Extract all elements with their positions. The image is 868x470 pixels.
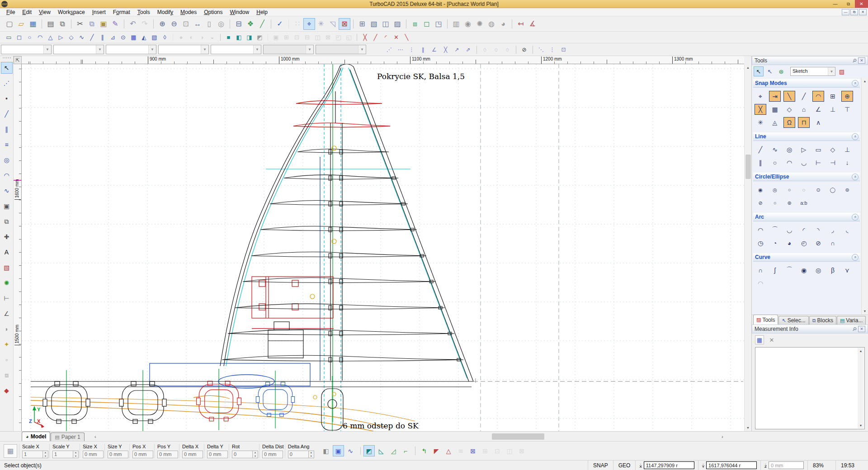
zoom-window-icon[interactable]: ⊡ [180, 18, 192, 30]
curve-branch-icon[interactable]: ⋎ [841, 265, 853, 276]
snap-tangent-icon[interactable]: ∠ [812, 104, 824, 115]
red-parts[interactable] [197, 101, 390, 421]
sel-mode-wp-icon[interactable]: ◺ [376, 445, 387, 456]
property-combo-7[interactable]: ▼ [316, 45, 366, 54]
snap-circle-2-icon[interactable]: ◌ [491, 45, 502, 55]
zoom-extents-icon[interactable]: ↔ [192, 18, 203, 30]
save-icon[interactable]: ▦ [27, 18, 39, 30]
selection-info-icon[interactable]: ▣ [333, 445, 344, 456]
mdi-restore-button[interactable]: ⧉ [850, 9, 858, 15]
arc-rotated-icon[interactable]: ⊘ [812, 238, 824, 249]
snap-arc-center-icon[interactable]: ◠ [812, 91, 824, 102]
drawing-canvas[interactable]: Y X Z Pokrycie SK, Balsa 1,5 6 mm odstep… [22, 64, 744, 431]
menu-edit[interactable]: Edit [19, 9, 35, 16]
menu-options[interactable]: Options [200, 9, 226, 16]
line-single-icon[interactable]: ╱ [755, 144, 766, 155]
locked-2-icon[interactable]: ⊡ [492, 445, 503, 456]
erase-x-icon[interactable]: ✕ [391, 33, 401, 42]
circle-tan-to-2-icon[interactable]: ◯ [827, 184, 839, 195]
double-line-tool[interactable]: ∥ [1, 123, 13, 135]
scroll-down-icon[interactable]: ▼ [745, 424, 751, 431]
paint-flag-icon[interactable]: ◤ [431, 445, 442, 456]
section-header-line[interactable]: Line « [753, 132, 860, 141]
circle-tool[interactable]: ◎ [1, 154, 13, 166]
tab-model[interactable]: ◕Model [22, 432, 50, 441]
restore-button[interactable]: ⧉ [842, 0, 855, 8]
construction-lines[interactable] [481, 64, 559, 431]
cross-rect-icon[interactable]: ⊠ [467, 445, 479, 456]
locked-3-icon[interactable]: ◫ [504, 445, 515, 456]
line-perp-to-line-icon[interactable]: ⊢ [812, 157, 824, 168]
camera-icon[interactable]: ◍ [486, 18, 497, 30]
annotation-covering[interactable]: Pokrycie SK, Balsa 1,5 [377, 72, 465, 81]
spinner[interactable]: ▲▼ [43, 451, 48, 458]
minimize-button[interactable]: — [829, 0, 842, 8]
group-icon[interactable]: ⧈ [409, 18, 421, 30]
close-button[interactable]: ✕ [855, 0, 868, 8]
erase-back-icon[interactable]: ╲ [401, 33, 412, 42]
snap-double-arrow-icon[interactable]: ⇗ [462, 45, 474, 55]
snap-perpendicular-icon[interactable]: ⊥ [827, 104, 839, 115]
no-snap-toggle-icon[interactable]: ⊠ [339, 18, 350, 30]
pen-style-icon[interactable]: ╱ [256, 18, 268, 30]
erase-cross-icon[interactable]: ╳ [360, 33, 370, 42]
array-5-icon[interactable]: ◫ [312, 33, 323, 42]
eraser-tool[interactable]: ◗ [1, 323, 13, 335]
ellipse-fixed-ratio-icon[interactable]: a:b [798, 197, 810, 208]
inspector-input[interactable]: 0 mm [83, 451, 104, 458]
mdi-minimize-button[interactable]: — [842, 9, 849, 15]
line-perpendicular-icon[interactable]: ⊥ [841, 144, 853, 155]
locked-4-icon[interactable]: ⊠ [516, 445, 528, 456]
snap-ortho-icon[interactable]: ⊓ [798, 117, 810, 128]
move-tool[interactable]: ✚ [1, 231, 13, 243]
scroll-up-icon[interactable]: ▲ [745, 64, 751, 71]
inspector-input[interactable]: 1 [22, 451, 43, 458]
rings-icon[interactable]: ≋ [455, 445, 467, 456]
insert-block-icon[interactable]: ⊞ [356, 18, 368, 30]
arc-tan-to-line-icon[interactable]: ◝ [812, 225, 824, 235]
arc-elliptical-icon[interactable]: ◴ [798, 238, 810, 249]
array-copy-tool[interactable]: ⧈ [1, 369, 13, 381]
snap-dots-horiz-icon[interactable]: ⋯ [395, 45, 406, 55]
snap-apparent-intersection-icon[interactable]: ◬ [769, 117, 781, 128]
arc-fixed-ratio-icon[interactable]: ∩ [827, 238, 839, 249]
property-combo-5[interactable]: ▼ [211, 45, 261, 54]
line-rotated-rectangle-icon[interactable]: ◇ [827, 144, 839, 155]
arc-center-radius-icon[interactable]: ◠ [755, 225, 766, 235]
tab-variables[interactable]: ▤Varia... [837, 316, 866, 324]
measurement-info-list[interactable]: ▲ ▼ [755, 347, 865, 429]
snap-grid-icon[interactable]: ▦ [769, 104, 781, 115]
bool-slice-icon[interactable]: ◩ [255, 33, 265, 42]
sketch-tan-circle-icon[interactable]: ⊙ [118, 33, 128, 42]
close-icon[interactable]: ✕ [858, 326, 865, 332]
arc-tan-3-icon[interactable]: ◔ [769, 238, 781, 249]
menu-format[interactable]: Format [109, 9, 134, 16]
array-3-icon[interactable]: ⊡ [292, 33, 302, 42]
snap-toggle[interactable]: SNAP [588, 461, 613, 470]
chevron-down-icon[interactable]: ▼ [828, 67, 835, 75]
no-snap-icon[interactable]: ⊘ [519, 45, 530, 55]
inspector-input[interactable]: 0 mm [132, 451, 153, 458]
copy-icon[interactable]: ⧉ [86, 18, 98, 30]
bool-intersect-icon[interactable]: ◨ [244, 33, 255, 42]
undo-icon[interactable]: ↶ [127, 18, 139, 30]
inspector-input[interactable]: 1 [52, 451, 73, 458]
canvas-vertical-scrollbar[interactable]: ▲ ▼ [744, 64, 751, 431]
open-icon[interactable]: ▱ [15, 18, 27, 30]
property-combo-6[interactable]: ▼ [263, 45, 314, 54]
bool-subtract-icon[interactable]: ◧ [234, 33, 244, 42]
scroll-down-icon[interactable]: ▼ [858, 423, 864, 428]
chevron-down-icon[interactable]: ▼ [253, 45, 261, 54]
vertical-scroll-thumb[interactable] [745, 155, 751, 179]
inspector-input[interactable]: 0 mm [108, 451, 128, 458]
arc-double-point-icon[interactable]: ◡ [783, 225, 795, 235]
inspector-input[interactable]: 0 mm [182, 451, 203, 458]
array-4-icon[interactable]: ⊟ [302, 33, 312, 42]
spar-centerlines[interactable] [66, 64, 333, 431]
fin-outline[interactable] [31, 64, 473, 387]
menu-insert[interactable]: Insert [89, 9, 109, 16]
sketch-triangle-icon[interactable]: △ [45, 33, 56, 42]
multiline-tool[interactable]: ≡ [1, 139, 13, 150]
snap-centroid-icon[interactable]: ⊞ [827, 91, 839, 102]
select-rect-tool[interactable]: ▫ [1, 354, 13, 366]
